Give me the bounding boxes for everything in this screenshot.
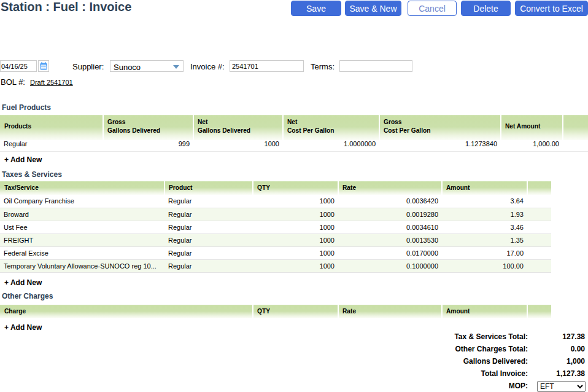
table-cell: Regular — [164, 195, 253, 208]
mop-label: MOP: — [509, 382, 528, 390]
header-row: Tax/ServiceProductQTYRateAmount — [0, 181, 551, 195]
table-cell: 1000 — [253, 246, 338, 259]
supplier-label: Supplier: — [72, 62, 104, 71]
fuel-add-new-link[interactable]: + Add New — [4, 156, 42, 163]
table-row[interactable]: Regular99910001.00000001.12738401,000.00 — [0, 140, 588, 151]
other-charges-table: ChargeQTYRateAmount — [0, 305, 551, 318]
table-cell: Regular — [164, 259, 253, 272]
column-header: Net Amount — [501, 115, 563, 140]
cancel-button[interactable]: Cancel — [408, 1, 457, 16]
table-cell: 1000 — [253, 195, 338, 208]
fuel-products-table: ProductsGross Gallons DeliveredNet Gallo… — [0, 115, 588, 152]
column-header: Net Cost Per Gallon — [283, 115, 379, 140]
table-cell: Broward — [0, 208, 164, 221]
convert-to-excel-button[interactable]: Convert to Excel — [515, 1, 588, 16]
column-header — [563, 115, 588, 140]
column-header: Tax/Service — [0, 181, 164, 195]
table-row[interactable]: Ust FeeRegular10000.00346103.46 — [0, 221, 551, 233]
table-row[interactable]: BrowardRegular10000.00192801.93 — [0, 208, 551, 221]
table-cell: Federal Excise — [0, 246, 164, 259]
invoice-number-label: Invoice #: — [190, 62, 225, 71]
invoice-number-input[interactable] — [230, 60, 304, 72]
table-cell: Regular — [164, 233, 253, 246]
total-label: Other Charges Total: — [455, 345, 528, 353]
taxes-add-new-link[interactable]: + Add New — [4, 279, 42, 286]
terms-input[interactable] — [339, 60, 412, 72]
supplier-dropdown-value: Sunoco — [114, 63, 141, 72]
header-row: ProductsGross Gallons DeliveredNet Gallo… — [0, 115, 588, 140]
table-cell: 1,000.00 — [501, 140, 563, 151]
column-header: Charge — [0, 305, 253, 318]
table-cell — [527, 221, 551, 233]
table-cell: FREIGHT — [0, 233, 164, 246]
table-cell: 0.0019280 — [338, 208, 442, 221]
table-cell: 1000 — [253, 208, 338, 221]
column-header: Product — [164, 181, 253, 195]
table-cell: 0.1000000 — [338, 259, 442, 272]
table-cell: 1.35 — [442, 233, 527, 246]
header-row: ChargeQTYRateAmount — [0, 305, 551, 318]
supplier-dropdown[interactable]: Sunoco — [110, 60, 184, 72]
table-cell: 17.00 — [442, 246, 527, 259]
table-cell: Regular — [164, 208, 253, 221]
table-cell: Regular — [164, 246, 253, 259]
taxes-services-title: Taxes & Services — [2, 171, 62, 178]
column-header: Gross Cost Per Gallon — [379, 115, 501, 140]
table-cell: 3.64 — [442, 195, 527, 208]
chevron-down-icon — [173, 65, 179, 69]
column-header — [527, 181, 551, 195]
column-header: Amount — [442, 305, 527, 318]
topbar: Station : Fuel : Invoice Save Save & New… — [0, 0, 588, 16]
table-cell: 1000 — [253, 221, 338, 233]
table-cell — [527, 246, 551, 259]
table-cell: 1000 — [193, 140, 283, 151]
total-label: Gallons Delivered: — [463, 358, 528, 365]
table-cell: Oil Company Franchise — [0, 195, 164, 208]
toolbar: Save Save & New Cancel Delete Convert to… — [0, 1, 588, 17]
table-cell: 3.46 — [442, 221, 527, 233]
total-line: Gallons Delivered:1,000 — [0, 358, 588, 370]
taxes-services-table: Tax/ServiceProductQTYRateAmount Oil Comp… — [0, 181, 551, 273]
delete-button[interactable]: Delete — [461, 1, 511, 16]
table-cell: 0.0034610 — [338, 221, 442, 233]
table-cell: 1.93 — [442, 208, 527, 221]
total-value: 1,000 — [567, 358, 585, 365]
table-cell: 0.0036420 — [338, 195, 442, 208]
table-cell — [527, 259, 551, 272]
table-cell: 1000 — [253, 259, 338, 272]
table-row[interactable]: Oil Company FranchiseRegular10000.003642… — [0, 195, 551, 208]
fuel-products-title: Fuel Products — [2, 104, 51, 111]
calendar-button[interactable] — [38, 60, 49, 72]
invoice-form-row: Supplier: Sunoco Invoice #: Terms: — [0, 60, 588, 72]
table-row[interactable]: Temporary Voluntary Allowance-SUNOCO reg… — [0, 259, 551, 272]
save-button[interactable]: Save — [291, 1, 341, 16]
column-header: QTY — [253, 181, 338, 195]
table-cell: Ust Fee — [0, 221, 164, 233]
table-row[interactable]: Federal ExciseRegular10000.017000017.00 — [0, 246, 551, 259]
date-input[interactable] — [0, 60, 37, 72]
column-header: Amount — [442, 181, 527, 195]
total-label: Tax & Services Total: — [454, 333, 528, 340]
total-line: Tax & Services Total:127.38 — [0, 333, 588, 345]
mop-select[interactable]: EFT — [537, 381, 586, 392]
table-cell: 1000 — [253, 233, 338, 246]
column-header: Gross Gallons Delivered — [103, 115, 193, 140]
table-cell — [527, 208, 551, 221]
table-cell: 100.00 — [442, 259, 527, 272]
column-header: Products — [0, 115, 103, 140]
terms-label: Terms: — [311, 62, 335, 71]
column-header: Rate — [338, 181, 442, 195]
total-line: Total Invoice:1,127.38 — [0, 370, 588, 382]
table-cell: Regular — [0, 140, 103, 151]
table-cell: Regular — [164, 221, 253, 233]
table-cell: 999 — [103, 140, 193, 151]
table-row[interactable]: FREIGHTRegular10000.00135301.35 — [0, 233, 551, 246]
total-label: Total Invoice: — [481, 370, 528, 377]
table-cell — [527, 233, 551, 246]
bol-link[interactable]: Draft 2541701 — [30, 79, 73, 86]
table-cell: 1.0000000 — [283, 140, 379, 151]
column-header — [527, 305, 551, 318]
save-and-new-button[interactable]: Save & New — [345, 1, 401, 16]
other-add-new-link[interactable]: + Add New — [4, 324, 42, 331]
total-value: 127.38 — [562, 333, 585, 340]
